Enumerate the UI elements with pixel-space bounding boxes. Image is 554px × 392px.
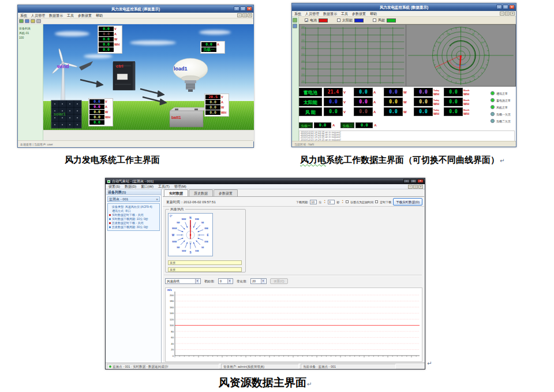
toolbar-icon-2[interactable]	[25, 19, 29, 23]
menu-item[interactable]: 数据(D)	[125, 184, 136, 189]
menu-item[interactable]: 工具	[341, 11, 348, 16]
tab-parameter-settings[interactable]: 参数设置	[214, 189, 238, 196]
side-icon-1[interactable]	[293, 18, 297, 23]
status-login-user: 登录用户: admin(系统管理员)	[221, 364, 299, 369]
menu-item[interactable]: 窗口(W)	[141, 184, 154, 189]
set-button[interactable]: 设置(C)	[270, 278, 288, 284]
download-realtime-button[interactable]: 下载实时数据(D)	[393, 198, 422, 206]
hour-align-checkbox[interactable]	[346, 200, 349, 203]
minute-unit: 分	[319, 200, 321, 204]
meter-row: 0.0 A	[201, 42, 224, 47]
event-log[interactable]: 2010/12/23 14:23:15 an in request!2010/1…	[299, 130, 515, 142]
legend-color-swatch	[319, 18, 328, 23]
second-input[interactable]: 0	[328, 200, 335, 204]
legend-item[interactable]: ✔ 电池	[305, 18, 328, 23]
win3-titlebar[interactable]: 自动气象站 - [监测点 - 001] – □ ×	[106, 178, 425, 184]
menu-item[interactable]: 参数设置	[352, 11, 366, 16]
indicator-label: 通讯正常	[496, 92, 508, 95]
realtime-toolbar: 更新时间：2012-06-02 09:57:51 下载周期: 10 分 ▲▼ 0…	[163, 197, 424, 207]
menu-item[interactable]: 人员管理	[31, 13, 45, 18]
curve-select[interactable]: 风速曲线 ▼	[165, 278, 201, 284]
side-icon-2[interactable]	[293, 24, 297, 28]
close-icon[interactable]: ×	[417, 179, 424, 183]
dropdown-arrow-icon[interactable]: ▼	[227, 279, 231, 283]
dropdown-arrow-icon[interactable]: ▼	[195, 279, 199, 283]
mdi-restore-icon[interactable]: □	[242, 13, 247, 17]
mdi-close-icon[interactable]: ×	[418, 185, 423, 189]
dropdown-arrow-icon[interactable]: ▼	[261, 279, 265, 283]
svg-text:W: W	[172, 234, 175, 237]
minute-stepper[interactable]: ▲▼	[323, 200, 326, 204]
tree-item[interactable]: 风机-01	[19, 31, 42, 35]
svg-text:140: 140	[170, 312, 174, 315]
paragraph-return-mark: ↵	[427, 360, 432, 367]
mdi-minimize-icon[interactable]: –	[408, 185, 413, 189]
toolbar-icon-4[interactable]	[36, 19, 41, 23]
menu-item[interactable]: 设置(S)	[108, 184, 120, 189]
mdi-close-icon[interactable]: ×	[248, 13, 252, 17]
maximize-icon[interactable]: □	[503, 5, 508, 9]
mdi-restore-icon[interactable]: □	[413, 185, 418, 189]
mdi-close-icon[interactable]: ×	[510, 12, 515, 16]
menu-item[interactable]: 数据显示	[49, 13, 63, 18]
second-stepper[interactable]: ▲▼	[341, 200, 344, 204]
menu-item[interactable]: 参数设置	[78, 13, 92, 18]
delta-select[interactable]: 20 ▼	[250, 278, 267, 284]
y-axis-unit-label: m/s	[167, 289, 172, 292]
today-energy-unit: TodayWH	[433, 89, 442, 96]
init-select[interactable]: 0 ▼	[218, 278, 233, 284]
legend-item[interactable]: 风能	[373, 18, 396, 23]
svg-text:NNW: NNW	[182, 218, 186, 221]
caption-data-window: 风力电系统工作数据主界面（可切换不同曲线界面）↵	[300, 155, 504, 166]
win1-titlebar[interactable]: 风力发电监控系统 (界面显示) – □ ×	[18, 5, 253, 13]
device-list-header: 设备列表(1)	[106, 189, 161, 195]
tab-realtime-data[interactable]: 实时数据	[164, 189, 188, 196]
maximize-icon[interactable]: □	[410, 179, 417, 183]
toolbar-icon-1[interactable]	[19, 19, 24, 23]
mdi-restore-icon[interactable]: □	[505, 12, 510, 16]
timed-download-checkbox[interactable]	[375, 200, 378, 203]
power-unit: W	[403, 110, 412, 114]
mdi-minimize-icon[interactable]: –	[237, 13, 242, 17]
legend-item[interactable]: 太阳能	[337, 18, 364, 23]
voltage-unit: V	[343, 91, 352, 94]
tab-history-data[interactable]: 历史数据	[189, 189, 213, 196]
minimize-icon[interactable]: –	[496, 5, 502, 9]
menu-item[interactable]: 工具(T)	[158, 184, 170, 189]
curve-legend: ✔ 电池 太阳能 风能	[299, 17, 516, 24]
maximize-icon[interactable]: □	[240, 6, 246, 11]
minute-input[interactable]: 10	[310, 200, 317, 204]
close-icon[interactable]: ×	[509, 5, 515, 9]
wind-direction-field[interactable]: 未接	[168, 267, 242, 272]
mdi-minimize-icon[interactable]: –	[500, 12, 504, 16]
menu-item[interactable]: 帮助	[370, 11, 377, 16]
menu-item[interactable]: 数据显示	[323, 11, 337, 16]
legend-checkbox[interactable]	[337, 18, 340, 22]
device-info-line: 历史数据下载周期: 30分 0秒	[109, 225, 158, 229]
menu-item[interactable]: 管理(M)	[174, 184, 186, 189]
battery-label: batt1	[171, 115, 181, 120]
wind-speed-field[interactable]: 未接	[168, 260, 242, 265]
node-close-icon[interactable]: ✕	[156, 197, 158, 202]
device-node[interactable]: 监测点 - 001 ✕	[107, 196, 160, 202]
data-tabs: 实时数据 历史数据 参数设置	[164, 189, 238, 196]
menu-item[interactable]: 系统	[20, 13, 27, 18]
win2-titlebar[interactable]: 风力发电监控系统 (数据显示) – □ ×	[292, 3, 516, 11]
tree-item[interactable]: 设备列表	[19, 26, 42, 31]
tree-item[interactable]: 100	[19, 35, 42, 40]
meter-row-label: 风 能	[299, 107, 322, 116]
current-value: 0.0	[354, 98, 373, 106]
menu-item[interactable]: 人员管理	[305, 11, 319, 16]
minimize-icon[interactable]: –	[234, 6, 239, 11]
legend-checkbox[interactable]: ✔	[305, 18, 308, 22]
svg-text:SSE: SSE	[195, 250, 199, 252]
toolbar-icon-3[interactable]	[31, 19, 35, 23]
menu-item[interactable]: 帮助	[96, 13, 103, 18]
legend-checkbox[interactable]	[373, 18, 376, 22]
delta-select-value: 20	[252, 279, 256, 283]
close-icon[interactable]: ×	[246, 6, 252, 11]
menu-item[interactable]: 系统	[294, 11, 301, 16]
load-meters: 负载一 0.0 A 负载二 0.0 A	[299, 122, 377, 128]
minimize-icon[interactable]: –	[403, 179, 410, 183]
menu-item[interactable]: 工具	[67, 13, 74, 18]
